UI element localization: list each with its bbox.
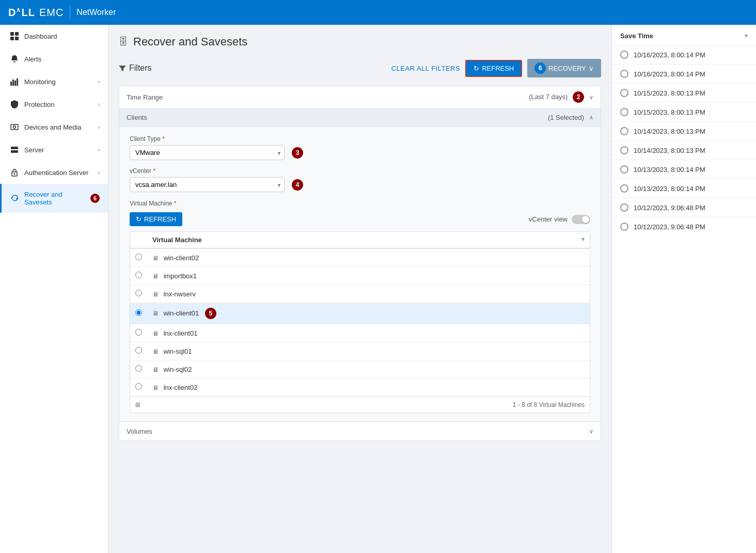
save-time-item[interactable]: 10/15/2023, 8:00:13 PM	[612, 84, 756, 103]
save-time-item[interactable]: 10/14/2023, 8:00:13 PM	[612, 122, 756, 141]
volumes-filter-row[interactable]: Volumes ∨	[119, 422, 601, 440]
vm-radio-cell[interactable]	[130, 342, 147, 360]
table-row[interactable]: 🖥 importbox1	[130, 267, 590, 285]
save-time-item[interactable]: 10/16/2023, 8:00:14 PM	[612, 65, 756, 84]
vm-name-cell: 🖥 lnx-client01	[147, 324, 590, 342]
step-3-badge: 3	[292, 147, 303, 159]
save-time-text: 10/12/2023, 9:06:48 PM	[634, 204, 705, 212]
save-time-item[interactable]: 10/13/2023, 8:00:14 PM	[612, 160, 756, 179]
save-time-radio[interactable]	[620, 223, 628, 231]
save-time-header: Save Time ▾	[612, 25, 756, 45]
vm-radio-cell[interactable]	[130, 378, 147, 397]
vm-radio-cell[interactable]	[130, 324, 147, 342]
vm-radio-importbox1[interactable]	[135, 272, 142, 278]
save-time-item[interactable]: 10/16/2023, 8:00:14 PM	[612, 45, 756, 65]
svg-point-15	[14, 173, 15, 175]
vm-radio-cell[interactable]	[130, 285, 147, 303]
sidebar-item-server[interactable]: Server ›	[0, 138, 108, 161]
refresh-button[interactable]: ↻ REFRESH	[465, 60, 522, 77]
refresh-label: REFRESH	[482, 65, 514, 72]
save-time-radio[interactable]	[620, 203, 628, 212]
time-range-filter-row[interactable]: Time Range (Last 7 days) 2 ∨	[119, 86, 601, 108]
save-time-radio[interactable]	[620, 70, 628, 78]
table-row[interactable]: 🖥 win-sql02	[130, 360, 590, 378]
toolbar-actions: CLEAR ALL FILTERS ↻ REFRESH 6 RECOVERY ∨	[391, 59, 601, 77]
vm-refresh-label: REFRESH	[144, 215, 176, 223]
vcenter-view-toggle[interactable]	[572, 215, 590, 224]
vm-radio-cell[interactable]	[130, 360, 147, 378]
vm-col-filter-icon: ▾	[581, 236, 585, 243]
table-row[interactable]: 🖥 win-client01 5	[130, 303, 590, 324]
column-toggle-icon[interactable]: ⊞	[135, 401, 140, 408]
vm-table-header: Virtual Machine ▾	[130, 232, 590, 248]
sidebar-item-auth[interactable]: Authentication Server ›	[0, 161, 108, 184]
page-title: Recover and Savesets	[133, 35, 247, 49]
clear-all-filters-button[interactable]: CLEAR ALL FILTERS	[391, 65, 461, 72]
vm-radio-cell[interactable]	[130, 267, 147, 285]
vm-radio-lnx-nwserv[interactable]	[135, 290, 142, 296]
vm-radio-cell[interactable]	[130, 248, 147, 267]
svg-rect-8	[11, 124, 18, 130]
vm-refresh-button[interactable]: ↻ REFRESH	[130, 212, 182, 226]
save-time-item[interactable]: 10/15/2023, 8:00:13 PM	[612, 103, 756, 122]
dashboard-icon	[10, 31, 19, 41]
client-type-row: VMware Physical NAS ▾ 3	[130, 145, 590, 160]
sidebar-item-monitoring[interactable]: Monitoring ›	[0, 70, 108, 93]
dell-logo: D∧LL	[8, 6, 35, 19]
vm-name-cell: 🖥 lnx-nwserv	[147, 285, 590, 303]
recovery-chevron-icon: ∨	[589, 65, 594, 72]
clients-filter-row[interactable]: Clients (1 Selected) ∧	[119, 108, 601, 127]
save-time-radio[interactable]	[620, 51, 628, 59]
content-area: 🗄 Recover and Savesets Filters CLEAR ALL…	[108, 25, 611, 553]
vm-radio-win-sql02[interactable]	[135, 365, 142, 372]
save-time-radio[interactable]	[620, 146, 628, 154]
sidebar-item-recover[interactable]: Recover and Savesets 6	[0, 184, 108, 213]
table-row[interactable]: 🖥 lnx-client02	[130, 378, 590, 397]
save-time-radio[interactable]	[620, 108, 628, 116]
protection-icon	[10, 100, 19, 109]
save-time-text: 10/12/2023, 9:06:48 PM	[634, 223, 705, 231]
vcenter-field: vCenter * vcsa.amer.lan ▾ 4	[130, 167, 590, 192]
recovery-button[interactable]: 6 RECOVERY ∨	[527, 59, 601, 77]
volumes-label: Volumes	[127, 428, 188, 435]
vm-row-name: win-sql02	[164, 366, 192, 373]
client-type-select[interactable]: VMware Physical NAS	[130, 145, 285, 160]
vm-row-icon: 🖥	[152, 384, 159, 391]
save-time-item[interactable]: 10/14/2023, 8:00:13 PM	[612, 141, 756, 160]
sidebar-item-protection[interactable]: Protection ›	[0, 93, 108, 116]
vm-row-icon: 🖥	[152, 273, 159, 280]
sidebar-item-alerts[interactable]: Alerts	[0, 48, 108, 70]
vm-radio-lnx-client02[interactable]	[135, 383, 142, 390]
sidebar-item-devices[interactable]: Devices and Media ›	[0, 116, 108, 138]
vm-name-cell: 🖥 win-sql01	[147, 342, 590, 360]
save-time-radio[interactable]	[620, 165, 628, 173]
vm-radio-win-client01[interactable]	[135, 309, 142, 316]
sidebar-item-dashboard[interactable]: Dashboard	[0, 25, 108, 48]
save-time-radio[interactable]	[620, 127, 628, 135]
vm-table-container: Virtual Machine ▾ 🖥 win-client02	[130, 231, 590, 413]
vm-radio-cell[interactable]	[130, 303, 147, 324]
vcenter-select[interactable]: vcsa.amer.lan	[130, 177, 285, 192]
vm-row-icon: 🖥	[152, 348, 159, 355]
vm-selected-badge: 5	[205, 308, 216, 319]
save-time-item[interactable]: 10/13/2023, 8:00:14 PM	[612, 179, 756, 198]
save-time-text: 10/13/2023, 8:00:14 PM	[634, 185, 705, 193]
table-row[interactable]: 🖥 win-client02	[130, 248, 590, 267]
vm-row-name: lnx-client01	[164, 329, 198, 337]
save-time-item[interactable]: 10/12/2023, 9:06:48 PM	[612, 217, 756, 236]
table-row[interactable]: 🖥 lnx-client01	[130, 324, 590, 342]
table-row[interactable]: 🖥 win-sql01	[130, 342, 590, 360]
vm-radio-win-client02[interactable]	[135, 254, 142, 260]
vm-radio-lnx-client01[interactable]	[135, 329, 142, 336]
client-type-select-wrapper: VMware Physical NAS ▾	[130, 145, 285, 160]
sidebar-dashboard-label: Dashboard	[24, 33, 100, 40]
save-time-filter-icon: ▾	[745, 33, 748, 39]
vcenter-view-label: vCenter view	[529, 215, 568, 223]
vm-radio-win-sql01[interactable]	[135, 347, 142, 354]
table-row[interactable]: 🖥 lnx-nwserv	[130, 285, 590, 303]
save-time-radio[interactable]	[620, 89, 628, 97]
svg-point-12	[17, 148, 18, 149]
save-time-item[interactable]: 10/12/2023, 9:06:48 PM	[612, 198, 756, 217]
devices-icon	[10, 122, 19, 132]
save-time-radio[interactable]	[620, 184, 628, 193]
